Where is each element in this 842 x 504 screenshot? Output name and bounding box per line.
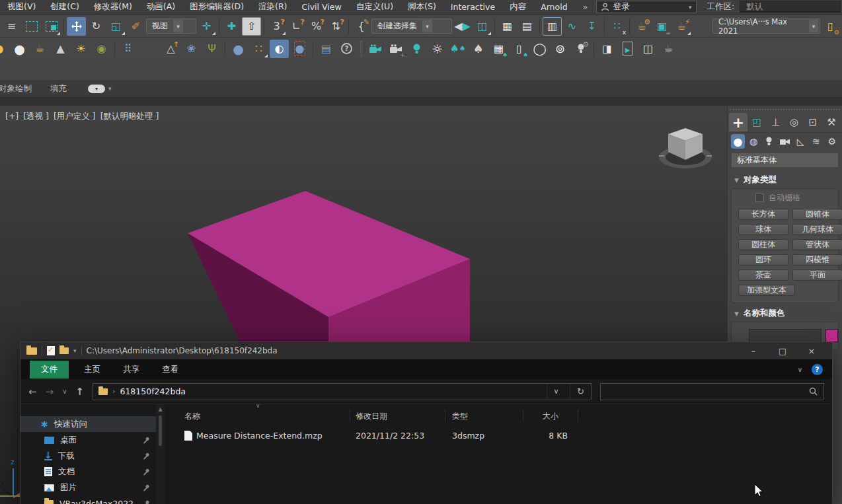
snaps-toggle-button[interactable]: ⇧: [242, 17, 261, 36]
sidebar-item-desktop[interactable]: 桌面: [20, 432, 156, 448]
scrollbar-thumb[interactable]: [159, 415, 162, 446]
autogrid-checkbox[interactable]: [755, 194, 764, 202]
address-bar[interactable]: › 618150f242bda ∨ ↻: [93, 383, 592, 400]
recent-locations-arrow[interactable]: ∨: [62, 388, 67, 395]
maximize-button[interactable]: □: [768, 346, 797, 356]
object-type-rollout-header[interactable]: ▼ 对象类型: [728, 170, 842, 188]
address-history-arrow[interactable]: ∨: [547, 384, 565, 400]
snaps-cross-icon[interactable]: ✚: [222, 17, 241, 36]
category-lights[interactable]: [762, 134, 776, 149]
up-button[interactable]: ↑: [75, 386, 84, 398]
help-icon[interactable]: ?: [337, 40, 356, 58]
torus-button[interactable]: 圆环: [738, 254, 788, 266]
column-divider[interactable]: [523, 410, 523, 421]
scene-explorer-icon[interactable]: ▦: [498, 17, 517, 36]
sphere-panel-button[interactable]: ◐: [270, 40, 289, 58]
material-editor-icon[interactable]: ∷x: [607, 17, 627, 36]
minimize-button[interactable]: –: [739, 346, 768, 356]
explorer-help-icon[interactable]: ?: [812, 364, 823, 375]
blue-sphere-icon[interactable]: ●: [229, 40, 248, 58]
teapot-outline-icon[interactable]: ☕: [659, 40, 678, 58]
textplus-button[interactable]: 加强型文本: [738, 285, 795, 296]
tree-page-icon[interactable]: ▯♠: [510, 40, 529, 58]
category-shapes[interactable]: ◍: [747, 134, 761, 149]
project-folder-dropdown[interactable]: C:\Users\A···s Max 2021 ▾: [712, 18, 820, 34]
sphere-region-icon[interactable]: ●: [290, 40, 309, 58]
plane-button[interactable]: 平面: [792, 270, 842, 281]
tall-tree-icon[interactable]: ♠: [469, 40, 488, 58]
camera-icon[interactable]: [366, 40, 385, 58]
tab-create[interactable]: +: [729, 113, 747, 131]
omni-light-icon[interactable]: ☼: [428, 40, 447, 58]
window-panel-icon[interactable]: ◨: [597, 40, 617, 58]
egg-primitive-icon[interactable]: ●: [10, 40, 29, 58]
sphere-primitive-icon[interactable]: ●: [0, 40, 9, 58]
menu-animation[interactable]: 动画(A): [139, 0, 182, 14]
schematic-view-icon[interactable]: ↧: [582, 17, 601, 36]
column-divider[interactable]: [445, 410, 445, 421]
teapot-primitive-icon[interactable]: ☕: [30, 40, 50, 58]
cylinder-button[interactable]: 圆柱体: [738, 239, 788, 250]
category-helpers[interactable]: ◺: [794, 134, 808, 149]
properties-quick-icon[interactable]: [47, 346, 55, 355]
menu-arnold[interactable]: Arnold: [533, 0, 574, 14]
tab-home[interactable]: 主页: [73, 361, 112, 378]
edit-selection-sets-icon[interactable]: {✎: [352, 17, 371, 36]
spinner-snap-icon[interactable]: ⇅?: [326, 17, 346, 36]
refresh-button[interactable]: ↻: [570, 384, 591, 400]
clipboard-icon[interactable]: ▤: [317, 40, 336, 58]
select-object-icon[interactable]: [22, 17, 41, 36]
ribbon-toggle-button[interactable]: ▥: [543, 17, 562, 36]
column-header-name[interactable]: 名称: [184, 411, 200, 422]
select-by-name-icon[interactable]: [42, 17, 61, 36]
dropdown-arrow-icon[interactable]: ▾: [173, 20, 183, 32]
category-space-warps[interactable]: ≋: [810, 134, 823, 149]
camera-add-icon[interactable]: +: [387, 40, 406, 58]
trees-icon[interactable]: ♠♠: [448, 40, 467, 58]
tab-display[interactable]: ⊡: [804, 113, 822, 131]
new-folder-quick-icon[interactable]: [59, 347, 69, 354]
viewport-menu-pov[interactable]: [透视 ]: [23, 111, 49, 122]
pyramid-button[interactable]: 四棱锥: [792, 254, 842, 266]
viewport-menu-shading[interactable]: [默认明暗处理 ]: [100, 111, 159, 122]
category-geometry[interactable]: ●: [731, 134, 745, 149]
back-button[interactable]: ←: [28, 386, 37, 398]
menu-create[interactable]: 创建(C): [43, 0, 86, 14]
sidebar-item-downloads[interactable]: ↓ 下载: [20, 448, 156, 464]
scatter-icon[interactable]: ⠿: [118, 40, 137, 58]
teapot-button[interactable]: 茶壶: [738, 270, 788, 281]
use-pivot-center-icon[interactable]: ✛: [197, 17, 216, 36]
window-split-icon[interactable]: ◫: [638, 40, 658, 58]
select-and-place-icon[interactable]: ✐: [126, 17, 145, 36]
box-button[interactable]: 长方体: [738, 209, 788, 220]
layer-explorer-icon[interactable]: ▤: [517, 17, 537, 36]
explorer-title-bar[interactable]: ▾ C:\Users\Administrator\Desktop\618150f…: [20, 342, 832, 359]
tab-motion[interactable]: ◎: [785, 113, 804, 131]
sphere-button[interactable]: 球体: [738, 224, 788, 235]
menu-overflow-chevron[interactable]: »: [583, 2, 588, 12]
menu-graph-editors[interactable]: 图形编辑器(D): [182, 0, 251, 14]
column-divider[interactable]: [350, 410, 350, 421]
breadcrumb-chevron-icon[interactable]: ›: [112, 387, 115, 396]
menu-rendering[interactable]: 渲染(R): [251, 0, 294, 14]
menu-modifiers[interactable]: 修改器(M): [87, 0, 139, 14]
sign-in-control[interactable]: 登录 ▾: [596, 1, 697, 13]
percent-snap-icon[interactable]: %?: [307, 17, 326, 36]
ribbon-tab-populate[interactable]: 填充: [41, 83, 76, 94]
dropdown-arrow-icon[interactable]: ▾: [422, 20, 432, 32]
align-icon[interactable]: ◫: [473, 17, 492, 36]
mirror-icon[interactable]: ◀▶: [453, 17, 472, 36]
window-play-icon[interactable]: ▶: [618, 40, 637, 58]
grass-icon[interactable]: Ψ: [202, 40, 221, 58]
cone-button[interactable]: 圆锥体: [792, 209, 842, 220]
rendered-frame-window-icon[interactable]: ▣☕: [652, 17, 671, 36]
ring-icon[interactable]: ◯: [530, 40, 549, 58]
category-cameras[interactable]: [778, 134, 792, 149]
maxscript-icon[interactable]: ▯⚙: [821, 17, 840, 36]
sidebar-scrollbar[interactable]: ▲: [156, 404, 165, 504]
column-header-type[interactable]: 类型: [452, 411, 468, 422]
menu-scripting[interactable]: 脚本(S): [401, 0, 443, 14]
column-divider[interactable]: [578, 410, 578, 421]
file-name[interactable]: Measure Distance-Extend.mzp: [196, 431, 323, 441]
menu-interactive[interactable]: Interactive: [443, 0, 502, 14]
